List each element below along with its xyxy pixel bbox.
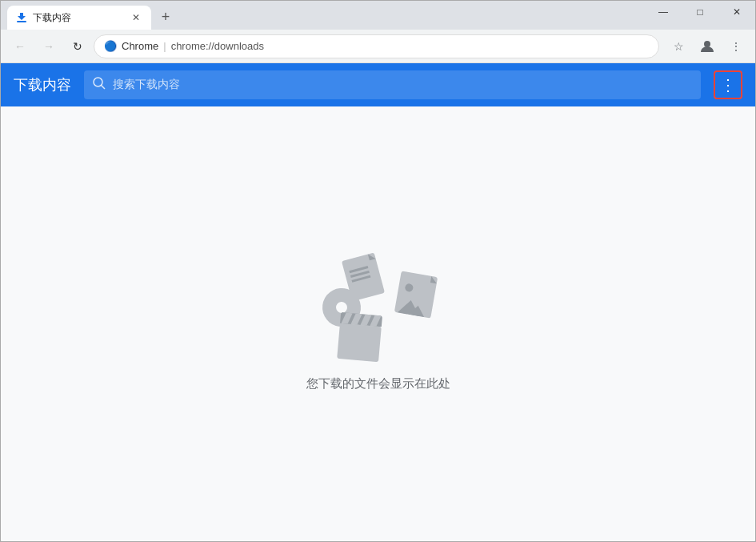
downloads-page-title: 下载内容 (14, 75, 71, 94)
more-options-button[interactable]: ⋮ (714, 70, 742, 99)
address-bar-area: ← → ↻ 🔵 Chrome | chrome://downloads ☆ ⋮ (1, 30, 755, 63)
active-tab[interactable]: 下载内容 ✕ (7, 6, 151, 30)
tab-close-button[interactable]: ✕ (129, 10, 143, 25)
video-icon (337, 323, 382, 362)
new-tab-button[interactable]: + (154, 6, 177, 28)
more-btn-wrapper: ⋮ (714, 70, 742, 99)
bookmark-button[interactable]: ☆ (666, 34, 691, 59)
svg-line-3 (102, 86, 106, 90)
account-button[interactable] (694, 34, 720, 59)
address-path: chrome://downloads (171, 40, 264, 52)
empty-state-message: 您下载的文件会显示在此处 (306, 376, 450, 391)
search-box[interactable]: 搜索下载内容 (84, 70, 701, 99)
title-bar: 下载内容 ✕ + — □ ✕ (1, 1, 755, 30)
close-button[interactable]: ✕ (718, 1, 755, 23)
search-placeholder: 搜索下载内容 (113, 78, 180, 92)
menu-button[interactable]: ⋮ (723, 34, 749, 59)
lock-icon: 🔵 (104, 40, 117, 52)
minimize-button[interactable]: — (645, 1, 682, 23)
maximize-button[interactable]: □ (682, 1, 718, 23)
tab-strip: 下载内容 ✕ + (1, 1, 177, 30)
empty-illustration (322, 256, 434, 360)
svg-point-2 (94, 78, 102, 86)
downloads-header: 下载内容 搜索下载内容 ⋮ (1, 63, 755, 106)
browser-window: 下载内容 ✕ + — □ ✕ ← → ↻ 🔵 Chrome | chrome:/… (0, 0, 756, 542)
tab-title: 下载内容 (33, 11, 124, 25)
main-content: 您下载的文件会显示在此处 (1, 106, 755, 541)
forward-button[interactable]: → (36, 34, 62, 59)
search-icon (92, 76, 106, 94)
address-separator: | (163, 40, 166, 52)
image-icon (394, 271, 437, 318)
svg-point-1 (704, 41, 710, 47)
address-actions: ☆ ⋮ (666, 34, 749, 59)
back-button[interactable]: ← (7, 34, 33, 59)
address-site: Chrome (122, 40, 158, 52)
tab-favicon (15, 11, 28, 24)
window-controls: — □ ✕ (645, 1, 755, 23)
address-box[interactable]: 🔵 Chrome | chrome://downloads (94, 34, 659, 58)
svg-rect-0 (17, 21, 26, 22)
refresh-button[interactable]: ↻ (65, 34, 90, 59)
